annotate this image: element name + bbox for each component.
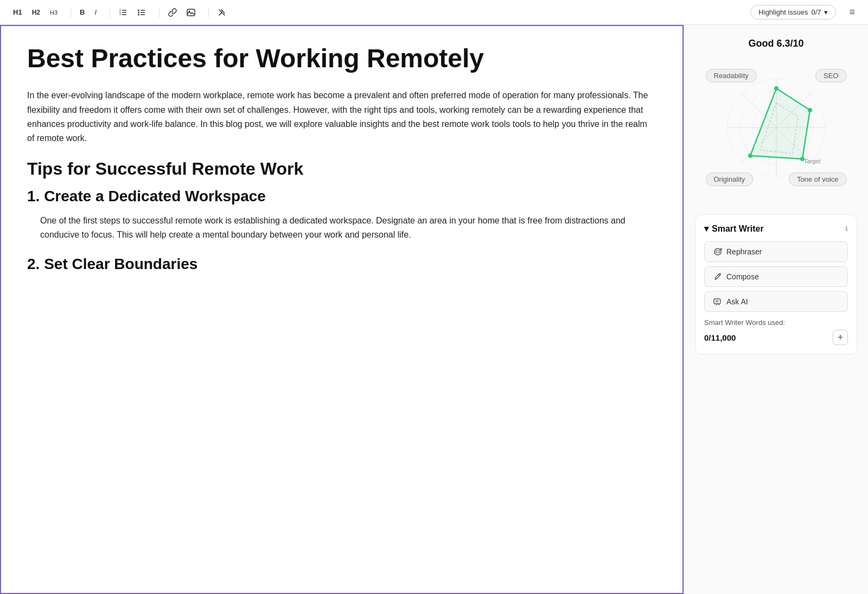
ask-ai-button[interactable]: Ask AI [704,291,848,312]
clear-format-button[interactable]: I [213,6,231,19]
chevron-down-icon: ▾ [824,8,828,16]
insert-group [164,6,200,19]
divider-3 [159,7,159,18]
tone-of-voice-label[interactable]: Tone of voice [789,173,847,186]
editor-h2-1: Tips for Successful Remote Work [27,159,656,179]
rephraser-button[interactable]: Rephraser [704,241,848,262]
words-max: /11,000 [709,333,736,342]
h1-button[interactable]: H1 [9,6,27,18]
compose-icon [713,272,722,281]
divider-1 [71,7,71,18]
svg-text:3: 3 [119,12,121,16]
svg-point-11 [138,14,139,15]
image-button[interactable] [182,6,200,19]
divider-4 [208,7,209,18]
add-words-button[interactable]: + [833,330,848,345]
rephraser-label: Rephraser [726,247,762,256]
score-label: Good 6.3/10 [695,38,857,49]
divider-2 [110,7,110,18]
readability-label[interactable]: Readability [706,69,757,82]
unordered-list-button[interactable] [133,6,150,19]
main-layout: Best Practices for Working Remotely In t… [0,25,868,594]
link-button[interactable] [164,6,181,19]
menu-button[interactable]: ≡ [845,4,859,20]
format-group: B I [75,6,101,18]
svg-point-9 [138,9,139,11]
list-group: 123 [114,6,150,19]
heading-group: H1 H2 H3 [9,6,62,18]
compose-label: Compose [726,272,759,281]
editor-h3-2: 2. Set Clear Boundaries [27,256,656,273]
svg-point-10 [138,11,139,13]
smart-writer-info-icon[interactable]: ℹ [845,225,848,233]
svg-rect-29 [716,251,719,253]
bold-button[interactable]: B [75,6,89,18]
rephraser-icon [713,247,722,256]
target-label: Target [804,158,821,164]
ordered-list-button[interactable]: 123 [114,6,132,19]
svg-line-30 [719,274,720,276]
h3-button[interactable]: H3 [46,7,62,18]
ask-ai-label: Ask AI [726,297,748,306]
svg-marker-23 [750,88,810,159]
score-value: 6.3 [776,38,790,49]
editor-h3-1: 1. Create a Dedicated Workspace [27,188,656,205]
words-count-value: 0/11,000 [704,333,736,342]
svg-rect-31 [714,299,720,304]
words-count-row: 0/11,000 + [704,330,848,345]
highlight-label: Highlight issues [758,8,808,16]
svg-point-25 [808,108,812,112]
smart-writer-title-text: Smart Writer [712,224,764,234]
ask-ai-icon [713,297,722,306]
compose-button[interactable]: Compose [704,266,848,287]
radar-chart: Readability SEO Originality Tone of voic… [700,52,852,203]
smart-writer-title: ▾ Smart Writer [704,223,764,234]
radar-svg [722,73,831,182]
toolbar: H1 H2 H3 B I 123 I Highlight issues 0/7 … [0,0,868,25]
score-section: Good 6.3/10 [695,38,857,203]
italic-button[interactable]: I [90,6,101,18]
smart-writer-header: ▾ Smart Writer ℹ [704,223,848,234]
right-panel: Good 6.3/10 [684,25,868,594]
editor-paragraph-1: In the ever-evolving landscape of the mo… [27,88,656,146]
originality-label[interactable]: Originality [706,173,754,186]
score-max: /10 [790,38,804,49]
smart-writer-section: ▾ Smart Writer ℹ Rephraser Compose Ask A… [695,214,857,354]
editor-area[interactable]: Best Practices for Working Remotely In t… [0,25,684,594]
h2-button[interactable]: H2 [28,7,44,18]
svg-point-27 [748,154,752,158]
seo-label[interactable]: SEO [815,69,846,82]
editor-paragraph-2: One of the first steps to successful rem… [27,214,656,242]
highlight-count: 0/7 [811,8,821,16]
words-used-label: Smart Writer Words used: [704,318,848,327]
smart-writer-toggle[interactable]: ▾ [704,223,709,234]
score-good-text: Good [748,38,774,49]
highlight-issues-button[interactable]: Highlight issues 0/7 ▾ [750,5,836,20]
svg-point-24 [774,86,778,91]
editor-title: Best Practices for Working Remotely [27,43,656,73]
